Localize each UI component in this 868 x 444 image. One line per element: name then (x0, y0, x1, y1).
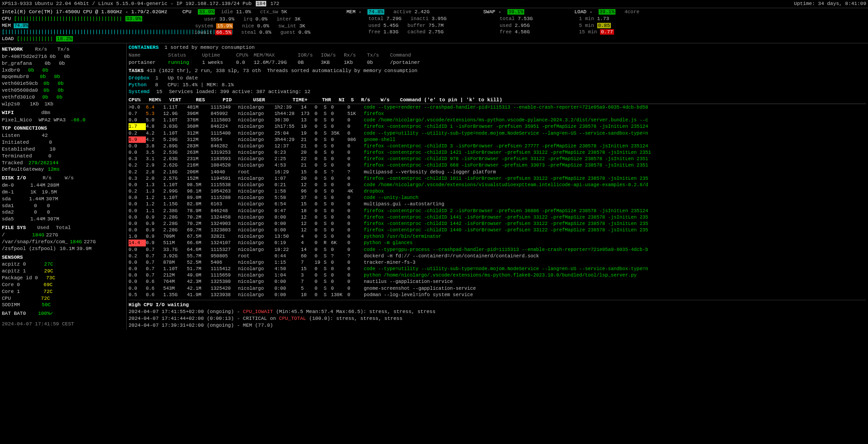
service-dropbox: Dropbox 1 Up to date (129, 75, 866, 82)
cpu-stats-block: CPU 33.9% idle 11.0% ctx_sw 5K user 33.9… (182, 9, 337, 42)
container-row-portainer: portainer running 1 weeks 0.0 12.6M/7.29… (129, 59, 866, 66)
process-row[interactable]: 0.33.12.63G231M1183593nicolargo2:25220S0… (129, 156, 866, 162)
sensor-pkg0: Package id 073C (2, 275, 124, 282)
fs-root: /184G227G (2, 232, 124, 239)
process-row[interactable]: 1.00.9709M67.5M32821nicolargo13:5040S00p… (129, 233, 866, 240)
net-if-veth056: veth05608da00b0b (2, 87, 124, 94)
containers-section: CONTAINERS 1 sorted by memory consumptio… (129, 44, 866, 51)
header-ip-rest: 172 (270, 1, 279, 6)
cpu-iowait-pct: 66.5% (215, 30, 232, 35)
load-15min: 0.77 (600, 29, 614, 35)
diskio-header: DISK I/O R/s W/s (2, 175, 124, 182)
process-row[interactable]: 0.20.73.92G55.7M950805root0:44600S??dock… (129, 253, 866, 259)
net-if-wlp2s0: wlp2s01Kb1Kb (2, 101, 124, 108)
tcp-listen: Listen42 (2, 132, 124, 139)
alert-line-1: 2024-04-07 17:41:55+02:00 (ongoing) - CP… (129, 308, 866, 315)
process-row[interactable]: 0.01.21.15G82.8M6163nicolargo6:54150S00m… (129, 201, 866, 207)
process-row[interactable]: 0.00.7878M52.5M5406nicolargo1:15719S00tr… (129, 259, 866, 266)
process-row[interactable]: 0.24.21.10T312M1115400nicolargo25:04190S… (129, 130, 866, 136)
load-bar-line: LOAD [||||||||||| 18.2% (2, 36, 175, 42)
disk-sda2: sda200 (2, 209, 124, 216)
cpu-stats-header: CPU 33.9% idle 11.0% ctx_sw 5K (182, 9, 337, 16)
tcp-header: TCP CONNECTIONS (2, 125, 124, 132)
swap-stats-block: SWAP - 39.1% total 7.53G used 2.95G free… (483, 9, 565, 42)
disk-sda1: sda100 (2, 203, 124, 209)
cpu-mem-bars: Intel(R) Core(TM) i7-4500U CPU @ 1.80GHz… (2, 9, 175, 42)
process-row[interactable]: 0.01.21.10T89.0M1115288nicolargo5:58370S… (129, 194, 866, 201)
process-row[interactable]: 0.00.71.10T51.7M1115412nicolargo4:50150S… (129, 266, 866, 272)
mem-bar-line: MEM 74.9%[||||||||||||||||||||||||||||||… (2, 22, 175, 36)
right-panel: CONTAINERS 1 sorted by memory consumptio… (127, 43, 868, 329)
process-row[interactable]: 0.32.02.57G152M1194591nicolargo1:07200S0… (129, 175, 866, 182)
process-row[interactable]: 0.50.61.35G41.9M1323938nicolargo0:00100S… (129, 292, 866, 298)
net-if-lxdbr0: lxdbr00b0b (2, 67, 124, 74)
mem-stats-block: MEM - 74.8% active 2.42G total 7.29G ina… (346, 9, 474, 42)
process-row[interactable]: 6.94.25.29G312M5554nicolargo3h44:29210S0… (129, 136, 866, 143)
cpu-label-bar: Intel(R) Core(TM) i7-4500U CPU @ 1.80GHz… (2, 9, 175, 16)
process-table-header: CPU% MEM% VIRT RES PID USER TIME+ THR NI… (129, 97, 866, 104)
process-row[interactable]: 14.40.9511M66.6M1324107nicolargo0:1940R6… (129, 240, 866, 246)
services-section: Dropbox 1 Up to date Python 8 CPU: 15.4%… (129, 75, 866, 95)
cpu-user-pct: 33.9% (198, 9, 215, 15)
process-row[interactable]: 0.03.52.53G263M1319253nicolargo0:23200S0… (129, 149, 866, 156)
process-row[interactable]: 0.00.733.7G64.6M1115327nicolargo19:22140… (129, 246, 866, 253)
process-row[interactable]: 0.22.82.18G206M14040root16:29150S??multi… (129, 169, 866, 175)
process-row[interactable]: 0.22.92.62G216M1084520nicolargo4:53210S0… (129, 162, 866, 168)
load-5min: 0.85 (597, 23, 611, 28)
disk-dm0: dm-01.44M288M (2, 182, 124, 189)
cpu-pct: 33.9% (125, 16, 142, 21)
tasks-line: TASKS 413 (1622 thr), 2 run, 338 slp, 73… (129, 68, 866, 74)
process-row[interactable]: 0.05.01.10T376M1115803nicolargo36:30130S… (129, 117, 866, 123)
mem-pct-badge: 74.8% (367, 9, 384, 15)
tcp-tracked: Tracked279/262144 (2, 160, 124, 167)
disk-sda: sda1.44M307M (2, 196, 124, 203)
header-system-info: XPS13-9333 Ubuntu 22.04 64bit / Linux 5.… (2, 0, 279, 7)
process-row[interactable]: 0.00.92.28G69.7M1323803nicolargo0:00120S… (129, 227, 866, 233)
process-row[interactable]: 0.21.32.99G98.1M1054263nicolargo1:58960S… (129, 188, 866, 194)
network-interfaces: br-40875d2e27160b0b br_grafana0b0b lxdbr… (2, 53, 124, 108)
process-row[interactable]: 0.00.7212M49.0M1115659nicolargo1:0430S00… (129, 272, 866, 278)
fs-zsfpool: /zsfpool (zsfpool)10.1M39.9M (2, 246, 124, 252)
process-row[interactable]: 0.01.12.38G78.9M846248nicolargo0:47180S0… (129, 208, 866, 214)
process-row[interactable]: 0.03.82.89G283M846282nicolargo12:37210S0… (129, 143, 866, 149)
timestamp: 2024-04-07 17:41:59 CEST (2, 321, 124, 328)
wifi-header: WIFIdBm (2, 110, 124, 116)
disk-sda5: sda51.44M307M (2, 216, 124, 223)
process-row[interactable]: >0.06.41.11T481M1115349nicolargo1h2:3914… (129, 104, 866, 110)
header-uptime: Uptime: 34 days, 8:41:09 (794, 0, 866, 7)
process-row[interactable]: 0.00.6543M42.1M1325420nicolargo0:0050S00… (129, 285, 866, 292)
net-if-mpqemubr0: mpqemubr00b0b (2, 73, 124, 80)
load-pct: 18.2% (56, 36, 73, 42)
filesys-table: /184G227G /var/snap/firefox/com_184G227G… (2, 232, 124, 252)
process-list: >0.06.41.11T481M1115349nicolargo1h2:3914… (129, 104, 866, 298)
load-stats-block: LOAD - 39.1% 4core 1 min 1.73 5 min 0.85… (574, 9, 640, 42)
process-row[interactable]: 0.00.6764M42.3M1325380nicolargo0:0070S00… (129, 278, 866, 285)
network-header: NETWORK Rx/s Tx/s (2, 46, 124, 53)
sensor-sodimm: SODIMM50C (2, 302, 124, 308)
sensor-acpitz0: acpitz 027C (2, 261, 124, 268)
left-panel: NETWORK Rx/s Tx/s br-40875d2e27160b0b br… (0, 43, 127, 329)
service-systemd: Systemd 15 Services loaded: 399 active: … (129, 89, 866, 95)
containers-col-headers: Name Status Uptime CPU% MEM/MAX IOR/s IO… (129, 52, 866, 59)
alert-line-2: 2024-04-07 17:41:44+02:00 (0:00:13) - CR… (129, 315, 866, 322)
tcp-terminated: Terminated0 (2, 153, 124, 160)
fs-snap: /var/snap/firefox/com_184G227G (2, 239, 124, 246)
containers-summary: 1 sorted by memory consumption (165, 45, 255, 50)
process-row[interactable]: 1.74.83.03G360M846224nicolargo1h17:55190… (129, 123, 866, 130)
battery-row: BAT BAT0 100%✓ (2, 310, 124, 317)
tcp-stats: Listen42 Initiated0 Established10 Termin… (2, 132, 124, 173)
process-row[interactable]: 0.00.92.28G70.2M1324903nicolargo0:00120S… (129, 220, 866, 227)
mem-pct-inline: 74.9% (14, 23, 28, 28)
process-row[interactable]: 0.75.312.9G396M845992nicolargo1h44:28173… (129, 110, 866, 117)
process-row[interactable]: 0.00.92.28G70.2M1324458nicolargo0:00120S… (129, 214, 866, 220)
process-row[interactable]: 0.01.31.10T98.5M1115538nicolargo0:21120S… (129, 182, 866, 188)
wifi-info: Pixel_Nico WPA2 WPA3 -66.0 (2, 117, 124, 124)
net-if-brgrafana: br_grafana0b0b (2, 60, 124, 67)
service-python: Python 8 CPU: 15.4% | MEM: 8.1% (129, 82, 866, 89)
sensors-table: acpitz 027C acpitz 129C Package id 073C … (2, 261, 124, 308)
filesys-header: FILE SYS Used Total (2, 225, 124, 231)
load-badge: 39.1% (599, 9, 615, 15)
alert-header: High CPU I/O waiting (129, 302, 866, 308)
sensors-header: SENSORS (2, 254, 124, 261)
disk-io-table: dm-01.44M288M dm-11K19.5M sda1.44M307M s… (2, 182, 124, 223)
